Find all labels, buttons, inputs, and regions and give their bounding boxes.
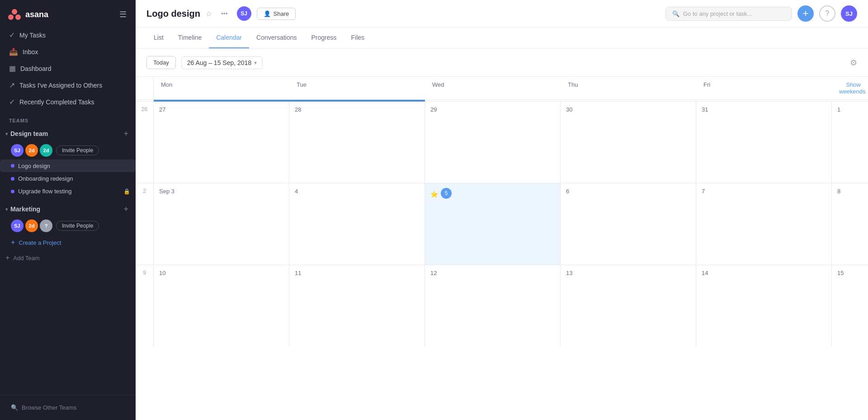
recently-completed-icon: ✓ bbox=[9, 98, 15, 106]
browse-teams-button[interactable]: 🔍 Browse Other Teams bbox=[5, 401, 130, 415]
create-project-label: Create a Project bbox=[19, 239, 61, 246]
tab-conversations[interactable]: Conversations bbox=[249, 28, 304, 48]
share-icon: 👤 bbox=[264, 10, 271, 17]
sidebar-item-tasks-assigned[interactable]: ↗ Tasks I've Assigned to Others bbox=[4, 77, 132, 93]
calendar-day-7[interactable]: 7 bbox=[696, 183, 832, 265]
calendar-week-row-2: 2 Sep 3 4 ⭐ 5 6 bbox=[136, 183, 868, 265]
search-bar[interactable]: 🔍 Go to any project or task... bbox=[665, 7, 792, 21]
collapse-sidebar-button[interactable]: ☰ bbox=[118, 8, 128, 21]
show-weekends-button[interactable]: Show weekends bbox=[832, 77, 868, 99]
calendar-day-14[interactable]: 14 bbox=[696, 265, 832, 346]
topbar-right: 🔍 Go to any project or task... + ? SJ bbox=[665, 5, 857, 22]
marketing-team-members: SJ 2d ? Invite People bbox=[0, 217, 136, 235]
tab-progress[interactable]: Progress bbox=[304, 28, 344, 48]
sidebar-footer: 🔍 Browse Other Teams bbox=[0, 395, 136, 420]
day-number-5-today: 5 bbox=[441, 188, 452, 199]
create-project-button[interactable]: + Create a Project bbox=[0, 235, 136, 250]
calendar-header-row: Mon Tue Wed Thu Fri Show weekends bbox=[136, 77, 868, 100]
add-to-design-team-button[interactable]: + bbox=[122, 130, 130, 138]
calendar-settings-button[interactable]: ⚙ bbox=[850, 58, 857, 68]
calendar-day-6[interactable]: 6 bbox=[561, 183, 696, 265]
day-number-10: 10 bbox=[159, 270, 283, 276]
project-item-onboarding[interactable]: Onboarding redesign bbox=[0, 173, 136, 185]
day-number-31: 31 bbox=[702, 106, 826, 113]
calendar-day-15[interactable]: 15 bbox=[832, 265, 868, 346]
design-team-members: SJ 2d 2d Invite People bbox=[0, 141, 136, 159]
sidebar-item-inbox[interactable]: 📥 Inbox bbox=[4, 44, 132, 60]
calendar-day-sep3[interactable]: Sep 3 bbox=[154, 183, 289, 265]
day-number-7: 7 bbox=[702, 188, 826, 195]
calendar-day-5-today[interactable]: ⭐ 5 bbox=[425, 183, 561, 265]
browse-teams-icon: 🔍 bbox=[11, 404, 18, 411]
calendar-day-29[interactable]: 29 bbox=[425, 102, 561, 183]
star-today-icon: ⭐ bbox=[430, 191, 438, 198]
day-number-15: 15 bbox=[837, 270, 863, 276]
project-item-upgrade[interactable]: Upgrade flow testing 🔒 bbox=[0, 185, 136, 197]
star-button[interactable]: ☆ bbox=[206, 9, 212, 18]
lock-icon: 🔒 bbox=[123, 188, 130, 195]
design-team-invite-button[interactable]: Invite People bbox=[56, 145, 99, 155]
svg-point-2 bbox=[15, 14, 21, 20]
calendar-weeks: 26 27 28 29 30 31 bbox=[136, 100, 868, 420]
day-number-30: 30 bbox=[566, 106, 690, 113]
share-button[interactable]: 👤 Share bbox=[257, 8, 296, 20]
sidebar-item-my-tasks[interactable]: ✓ My Tasks bbox=[4, 27, 132, 43]
day-number-sep3: Sep 3 bbox=[159, 188, 283, 195]
user-avatar-button[interactable]: SJ bbox=[841, 5, 857, 22]
col-header-thu: Thu bbox=[561, 77, 696, 99]
sidebar-item-inbox-label: Inbox bbox=[23, 48, 38, 56]
calendar-toolbar: Today 26 Aug – 15 Sep, 2018 ▾ ⚙ bbox=[136, 49, 868, 77]
calendar-day-12[interactable]: 12 bbox=[425, 265, 561, 346]
chevron-down-icon: ▾ bbox=[5, 131, 8, 136]
asana-logo[interactable]: asana bbox=[7, 7, 48, 22]
marketing-team-invite-button[interactable]: Invite People bbox=[56, 221, 99, 231]
dashboard-icon: ▦ bbox=[9, 64, 16, 73]
calendar-day-11[interactable]: 11 bbox=[289, 265, 425, 346]
calendar-day-10[interactable]: 10 bbox=[154, 265, 289, 346]
col-header-wed: Wed bbox=[425, 77, 561, 99]
add-to-marketing-team-button[interactable]: + bbox=[122, 205, 130, 213]
calendar-day-8[interactable]: 8 bbox=[832, 183, 868, 265]
calendar-day-13[interactable]: 13 bbox=[561, 265, 696, 346]
share-label: Share bbox=[274, 10, 289, 17]
svg-point-0 bbox=[12, 9, 17, 14]
check-icon: ✓ bbox=[9, 31, 15, 39]
today-button[interactable]: Today bbox=[146, 56, 176, 69]
add-task-button[interactable]: + bbox=[797, 5, 814, 22]
sidebar-item-recently-completed[interactable]: ✓ Recently Completed Tasks bbox=[4, 94, 132, 110]
sidebar: asana ☰ ✓ My Tasks 📥 Inbox ▦ Dashboard ↗… bbox=[0, 0, 136, 420]
sidebar-item-recently-completed-label: Recently Completed Tasks bbox=[19, 98, 94, 106]
tab-files[interactable]: Files bbox=[344, 28, 372, 48]
avatar-gray-marketing: ? bbox=[40, 219, 52, 232]
calendar-day-31[interactable]: 31 bbox=[696, 102, 832, 183]
more-options-button[interactable]: ••• bbox=[217, 8, 231, 19]
date-range-picker[interactable]: 26 Aug – 15 Sep, 2018 ▾ bbox=[181, 56, 263, 69]
week-num-1: 26 bbox=[136, 102, 154, 183]
search-placeholder: Go to any project or task... bbox=[683, 10, 752, 17]
team-marketing-header[interactable]: ▾ Marketing + bbox=[0, 201, 136, 217]
calendar-day-28[interactable]: 28 bbox=[289, 102, 425, 183]
sidebar-item-dashboard[interactable]: ▦ Dashboard bbox=[4, 61, 132, 76]
sidebar-item-my-tasks-label: My Tasks bbox=[19, 32, 46, 39]
week-num-3: 9 bbox=[136, 265, 154, 346]
tab-timeline[interactable]: Timeline bbox=[171, 28, 209, 48]
team-design-header[interactable]: ▾ Design team + bbox=[0, 126, 136, 141]
avatar-2d-orange: 2d bbox=[25, 144, 38, 157]
help-button[interactable]: ? bbox=[819, 5, 835, 22]
tasks-assigned-icon: ↗ bbox=[9, 81, 15, 89]
calendar-area: Today 26 Aug – 15 Sep, 2018 ▾ ⚙ Mon Tue … bbox=[136, 49, 868, 420]
tab-calendar[interactable]: Calendar bbox=[209, 28, 249, 48]
calendar-day-27[interactable]: 27 bbox=[154, 102, 289, 183]
date-range-text: 26 Aug – 15 Sep, 2018 bbox=[187, 59, 251, 66]
col-header-mon: Mon bbox=[154, 77, 289, 99]
project-label-upgrade: Upgrade flow testing bbox=[18, 188, 72, 195]
svg-point-1 bbox=[8, 14, 14, 20]
project-item-logo-design[interactable]: Logo design ••• bbox=[0, 159, 136, 172]
day-number-27: 27 bbox=[159, 106, 283, 113]
tab-list[interactable]: List bbox=[146, 28, 171, 48]
calendar-day-1[interactable]: 1 bbox=[832, 102, 868, 183]
add-team-button[interactable]: + Add Team bbox=[0, 250, 136, 266]
project-dot-onboarding bbox=[11, 177, 14, 181]
calendar-day-30[interactable]: 30 bbox=[561, 102, 696, 183]
calendar-day-4[interactable]: 4 bbox=[289, 183, 425, 265]
